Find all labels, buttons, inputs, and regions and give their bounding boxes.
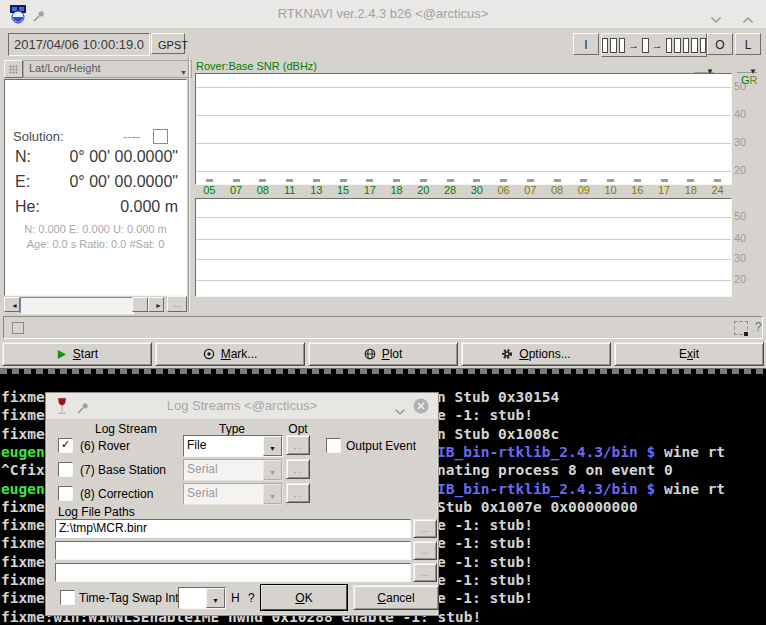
exit-button[interactable]: Exit [614,342,764,366]
browse-button[interactable]: ... [413,541,437,560]
satellite-label: 15 [330,184,357,197]
options-button[interactable]: Options... [461,342,611,366]
satellite-tick-marks [196,179,731,182]
age-ratio-stats: Age: 0.0 s Ratio: 0.0 #Sat: 0 [5,238,186,250]
type-header: Type [183,422,281,436]
scroll-track[interactable] [20,297,134,314]
stream-options-button[interactable]: ... [286,435,310,455]
chevron-down-icon[interactable] [394,402,408,412]
output-event-checkbox[interactable] [326,438,341,453]
chevron-down-icon[interactable] [710,10,724,20]
browse-button[interactable]: ... [413,563,437,582]
expand-panel-button[interactable]: ... [167,296,187,312]
time-system-button[interactable]: GPST [151,33,185,54]
stream-checkbox[interactable]: ✓ [58,438,73,453]
display-mode-value: Lat/Lon/Height [29,62,101,74]
close-icon[interactable] [413,398,429,414]
pin-icon[interactable] [77,400,89,412]
satellite-label: 08 [250,184,277,197]
scroll-left-button[interactable]: ◄ [4,297,20,312]
ok-button[interactable]: OK [261,585,347,610]
stream-options-button[interactable]: ... [286,483,310,503]
timetag-label: Time-Tag Swap Intv [79,591,185,605]
gridline [196,143,731,144]
plot-option-select[interactable]: ▼ [737,60,757,73]
help-icon[interactable]: ? [755,320,762,334]
gridline [196,259,731,260]
scroll-right-button[interactable]: ► [148,297,164,312]
stream-type-value: Serial [187,486,218,500]
gridline [196,217,731,218]
log-file-path-input[interactable] [55,563,411,582]
stream-type-select[interactable]: File▼ [183,435,283,457]
rtknavi-window: RTKNAVI ver.2.4.3 b26 <@arcticus> 2017/0… [0,0,766,368]
panel-handle-icon[interactable] [4,60,23,78]
coordinate-row: N:0° 00' 00.0000" [5,148,186,170]
coordinate-row: He:0.000 m [5,198,186,220]
mark-button[interactable]: Mark... [155,342,305,366]
solution-checkbox[interactable] [153,129,168,144]
satellite-label: 16 [624,184,651,197]
yaxis-tick-label: 20 [734,273,746,285]
swap-interval-select[interactable]: ▼ [178,587,226,609]
chevron-up-icon[interactable] [742,10,756,20]
start-button[interactable]: Start [2,342,152,366]
satellite-label: 18 [678,184,705,197]
yaxis-tick-label: 40 [734,232,746,244]
output-stream-button[interactable]: O [707,33,733,55]
log-streams-dialog: Log Streams <@arcticus> Log Stream Type … [45,392,439,616]
rtknavi-titlebar[interactable]: RTKNAVI ver.2.4.3 b26 <@arcticus> [0,0,766,29]
satellite-label: 18 [383,184,410,197]
satellite-label: 06 [490,184,517,197]
yaxis-tick-label: 30 [734,252,746,264]
stream-status-square [642,38,648,53]
panel-divider [188,58,189,312]
dialog-titlebar[interactable]: Log Streams <@arcticus> [46,393,438,420]
glonass-legend-label: R [750,74,758,86]
button-label: Start [73,347,98,361]
wine-icon [55,397,69,415]
satellite-label: 07 [223,184,250,197]
arrow-right-icon: → [651,39,664,52]
stream-checkbox[interactable] [58,462,73,477]
satellite-label: 30 [464,184,491,197]
dialog-title: Log Streams <@arcticus> [46,393,438,419]
chevron-down-icon[interactable]: ▼ [206,588,225,608]
coordinate-label: E: [15,173,30,191]
log-stream-button[interactable]: L [735,33,761,55]
satellite-label: 13 [303,184,330,197]
browse-button[interactable]: ... [413,519,437,538]
chevron-down-icon: ▼ [180,65,187,80]
pin-icon[interactable] [33,8,45,20]
satellite-label: 17 [651,184,678,197]
solution-label: Solution: [13,129,64,144]
stream-options-button[interactable]: ... [286,459,310,479]
log-file-path-input[interactable]: Z:\tmp\MCR.binr [55,519,411,538]
display-mode-select[interactable]: Lat/Lon/Height ▼ [23,60,192,78]
stream-label: (6) Rover [80,439,130,453]
gridline [196,239,731,240]
timetag-checkbox[interactable] [60,590,75,605]
chevron-down-icon: ▼ [263,460,282,480]
stream-status-square [602,38,608,53]
plot-type-select[interactable]: ▼ [694,60,714,73]
log-file-path-input[interactable] [55,541,411,560]
cancel-button[interactable]: Cancel [353,585,439,610]
mark-icon [203,348,215,360]
help-icon[interactable]: ? [248,591,255,605]
gridline [196,87,731,88]
stream-type-value: Serial [187,462,218,476]
monitor-icon[interactable] [734,321,748,335]
satellite-label: 28 [437,184,464,197]
stream-checkbox[interactable] [58,486,73,501]
stream-status-square [674,38,680,53]
chevron-down-icon[interactable]: ▼ [263,436,282,456]
screen: fixmen Stub 0x30154fixmee -1: stub!fixme… [0,0,766,625]
plot-button[interactable]: Plot [308,342,458,366]
stream-status-square [610,38,616,53]
rover-snr-chart [195,73,732,185]
terminal-clipped-line [0,369,766,374]
scroll-thumb-button[interactable] [132,297,148,312]
input-stream-button[interactable]: I [573,33,599,55]
gps-legend-label: G [741,74,750,86]
